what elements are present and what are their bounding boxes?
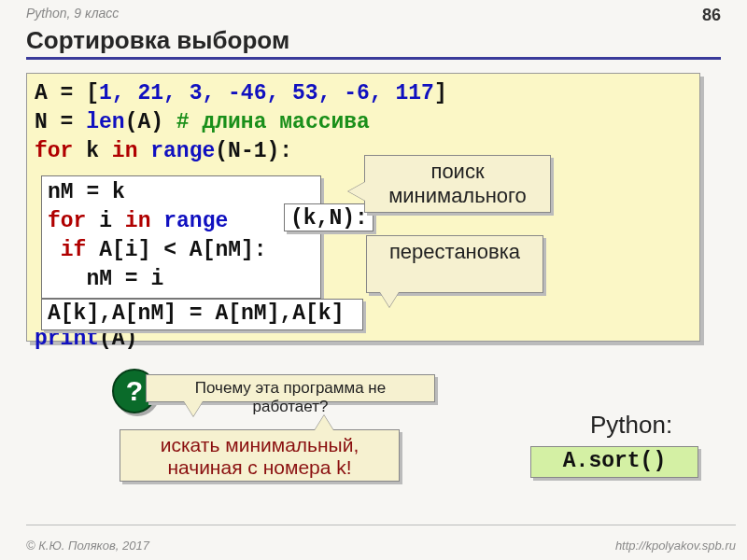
page-number: 86	[702, 6, 721, 25]
code-line-3: for k in range(N-1):	[35, 137, 692, 166]
code-line-2: N = len(A) # длина массива	[35, 108, 692, 137]
code-inner-for: for i in range	[48, 207, 315, 236]
inner-box-range-args: (k,N):	[284, 203, 374, 231]
callout-swap-text: перестановка	[389, 240, 520, 263]
code-line-1: A = [1, 21, 3, -46, 53, -6, 117]	[35, 79, 692, 108]
inner-box-swap: A[k],A[nM] = A[nM],A[k]	[41, 299, 363, 330]
footer-url: http://kpolyakov.spb.ru	[615, 539, 736, 553]
footer-divider	[26, 525, 736, 525]
callout-search-min: поиск минимального	[364, 155, 551, 213]
callout-question-text: Почему эта программа не работает?	[195, 379, 386, 415]
python-label: Python:	[590, 411, 672, 440]
sort-snippet: A.sort()	[530, 446, 698, 478]
callout-tail-icon	[315, 415, 333, 430]
slide: Python, 9 класс 86 Сортировка выбором A …	[0, 0, 747, 560]
code-if: if A[i] < A[nM]:	[48, 236, 315, 265]
callout-tail-icon	[184, 401, 203, 416]
callout-question: Почему эта программа не работает?	[146, 374, 435, 402]
callout-tail-icon	[348, 182, 365, 201]
callout-answer: искать минимальный, начиная с номера k!	[120, 429, 400, 482]
breadcrumb: Python, 9 класс	[26, 6, 119, 25]
inner-box-search-min: nM = k for i in range if A[i] < A[nM]: n…	[41, 175, 321, 299]
callout-answer-text: искать минимальный, начиная с номера k!	[161, 434, 359, 478]
page-title: Сортировка выбором	[26, 26, 721, 60]
footer-copyright: © К.Ю. Поляков, 2017	[26, 539, 149, 553]
footer: © К.Ю. Поляков, 2017 http://kpolyakov.sp…	[26, 539, 736, 553]
callout-search-min-text: поиск минимального	[388, 160, 527, 207]
header: Python, 9 класс 86	[26, 6, 721, 25]
callout-swap: перестановка	[366, 235, 543, 293]
code-nm-assign: nM = i	[48, 265, 315, 294]
callout-tail-icon	[380, 292, 399, 307]
code-nm-init: nM = k	[48, 178, 315, 207]
